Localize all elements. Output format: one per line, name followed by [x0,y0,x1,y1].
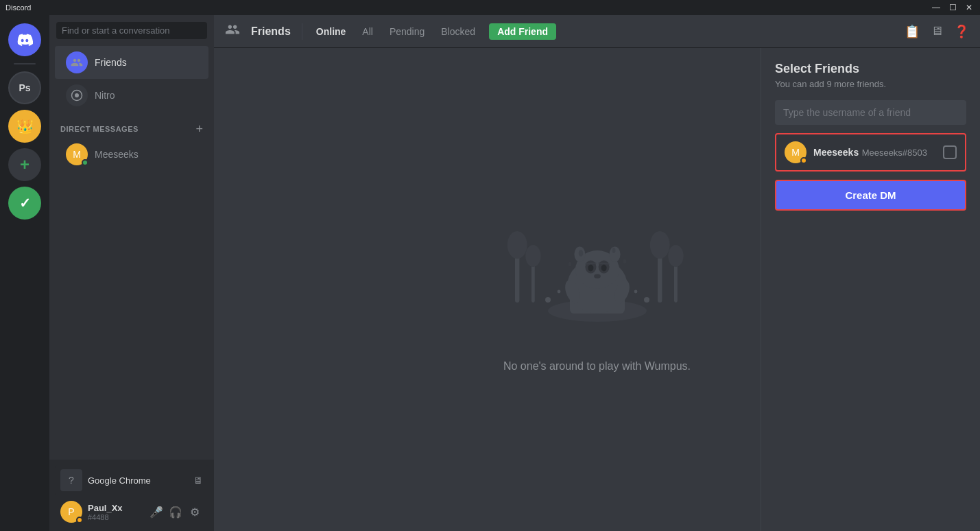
mute-button[interactable]: 🎤 [148,504,165,520]
svg-point-32 [568,262,571,266]
dm-sidebar: Friends Nitro DIRECT MESSAGES + M Meesee… [49,15,214,531]
app-body: Ps 👑 + ✓ Friends Nitro [0,15,980,531]
friends-label: Friends [95,57,127,68]
meeseeks-label: Meeseeks [95,149,139,160]
select-friends-panel: Select Friends You can add 9 more friend… [761,48,980,531]
server-icon-gold[interactable]: 👑 [8,110,41,143]
server-icon-home[interactable] [8,23,41,56]
now-playing-item[interactable]: ? Google Chrome 🖥 [55,465,208,495]
svg-point-30 [578,250,582,257]
friend-tag: Meeseeks#8503 [862,148,927,158]
friend-name: Meeseeks [813,147,859,158]
online-indicator [82,159,88,166]
svg-point-9 [668,245,683,267]
svg-point-18 [601,265,606,272]
now-playing-icon: ? [60,469,82,491]
help-icon[interactable]: ❓ [954,24,969,39]
now-playing-label: Google Chrome [88,475,188,486]
svg-point-7 [649,231,669,259]
nitro-action-icon[interactable]: 📋 [905,24,920,39]
svg-point-3 [507,231,527,259]
server-icon-add[interactable]: + [8,148,41,181]
search-input[interactable] [56,22,207,39]
dm-section-label: DIRECT MESSAGES [60,125,139,133]
app-title: Discord [5,3,31,12]
server-sidebar: Ps 👑 + ✓ [0,15,49,531]
server-icon-ps[interactable]: Ps [8,71,41,104]
friend-search-input[interactable] [775,100,966,125]
user-avatar: P [60,501,82,523]
friends-icon [66,51,88,73]
friend-online-dot [800,157,807,164]
settings-button[interactable]: ⚙ [187,504,203,520]
user-info: P Paul_Xx #4488 🎤 🎧 ⚙ [55,498,208,526]
sidebar-item-nitro[interactable]: Nitro [55,79,208,112]
title-bar: Discord — ☐ ✕ [0,0,980,15]
tab-pending[interactable]: Pending [387,23,427,40]
svg-point-27 [644,297,649,303]
main-content: Friends Online All Pending Blocked Add F… [214,15,980,531]
maximize-button[interactable]: ☐ [947,3,958,12]
add-friend-button[interactable]: Add Friend [489,23,556,40]
tab-online[interactable]: Online [313,23,349,40]
tab-all[interactable]: All [359,23,376,40]
minimize-button[interactable]: — [931,3,942,12]
svg-point-28 [557,290,560,294]
nitro-icon [66,84,88,106]
monitor-icon: 🖥 [193,475,203,486]
svg-point-17 [588,265,593,272]
user-status-dot [76,517,83,523]
dm-section-header: DIRECT MESSAGES + [49,112,214,138]
server-icon-green[interactable]: ✓ [8,187,41,220]
friends-area: No one's around to play with Wumpus. Sel… [214,48,980,531]
top-bar-actions: 📋 🖥 ❓ [905,24,969,39]
create-dm-button[interactable]: Create DM [775,180,966,211]
user-name-area: Paul_Xx #4488 [88,503,143,521]
svg-point-33 [623,259,626,263]
page-title: Friends [251,25,291,38]
select-friends-subtitle: You can add 9 more friends. [775,79,966,89]
meeseeks-avatar: M [66,143,88,165]
dm-add-button[interactable]: + [195,123,203,135]
inbox-icon[interactable]: 🖥 [931,24,943,38]
server-divider [14,63,36,64]
nitro-label: Nitro [95,90,115,101]
top-bar: Friends Online All Pending Blocked Add F… [214,15,980,48]
svg-point-5 [525,245,540,267]
close-button[interactable]: ✕ [964,3,975,12]
user-controls: 🎤 🎧 ⚙ [148,504,203,520]
svg-point-1 [75,93,79,97]
svg-point-29 [634,290,637,294]
tab-blocked[interactable]: Blocked [438,23,478,40]
deafen-button[interactable]: 🎧 [167,504,184,520]
svg-point-31 [612,248,615,253]
friend-checkbox[interactable] [943,145,957,159]
svg-point-26 [545,297,551,303]
dm-search-area [49,15,214,46]
select-friends-title: Select Friends [775,62,966,76]
user-tag: #4488 [88,513,143,521]
sidebar-item-friends[interactable]: Friends [55,46,208,79]
svg-point-21 [594,274,601,278]
empty-state-text: No one's around to play with Wumpus. [503,360,691,373]
dm-item-meeseeks[interactable]: M Meeseeks [55,138,208,171]
friend-avatar-meeseeks: M [785,141,806,163]
friends-header-icon [225,22,240,40]
username: Paul_Xx [88,503,143,513]
wumpus-illustration [488,206,707,344]
window-controls[interactable]: — ☐ ✕ [931,3,975,12]
user-panel: ? Google Chrome 🖥 P Paul_Xx #4488 🎤 🎧 ⚙ [49,460,214,531]
top-bar-divider [302,23,302,40]
friend-item-meeseeks[interactable]: M Meeseeks Meeseeks#8503 [775,133,966,172]
